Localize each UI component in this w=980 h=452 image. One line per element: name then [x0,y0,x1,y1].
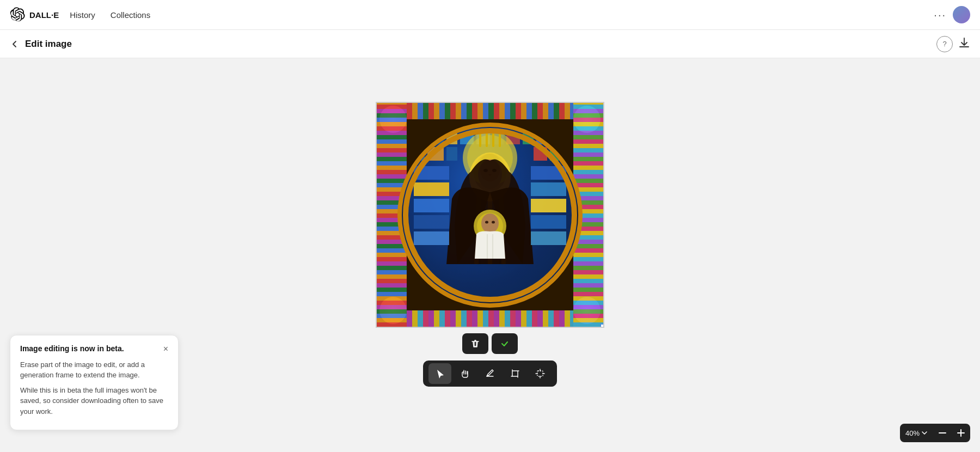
crop-tool-button[interactable] [504,363,526,384]
svg-point-31 [485,221,488,223]
page-title: Edit image [25,39,72,50]
extend-tool-icon [535,369,545,378]
svg-rect-40 [531,199,566,212]
svg-rect-35 [414,199,449,212]
pointer-tool-button[interactable] [428,363,451,384]
close-icon: × [163,344,168,353]
stained-glass-bg [377,103,603,327]
download-button[interactable] [958,36,970,51]
back-button[interactable] [10,39,20,49]
zoom-out-button[interactable] [933,424,952,442]
svg-rect-39 [531,182,566,196]
mosaic-top [407,103,573,119]
hand-tool-icon [460,369,470,378]
crop-tool-icon [510,369,520,378]
collections-nav-link[interactable]: Collections [106,8,155,22]
image-wrapper [376,102,604,387]
mosaic-bottom [407,310,573,327]
logo-text: DALL·E [29,10,59,20]
svg-point-30 [481,213,499,233]
eraser-tool-button[interactable] [479,363,501,384]
zoom-label[interactable]: 40% [900,426,933,441]
more-options-button[interactable]: ··· [934,9,946,21]
beta-notice-close-button[interactable]: × [163,344,168,354]
beta-notice-para1: Erase part of the image to edit, or add … [20,359,168,381]
logo[interactable]: DALL·E [10,7,59,22]
sub-header: Edit image ? [0,30,980,58]
confirm-selection-button[interactable] [492,333,518,354]
beta-notice: Image editing is now in beta. × Erase pa… [10,335,179,431]
plus-icon [957,429,965,437]
openai-logo-icon [10,7,25,22]
selection-handle[interactable] [600,323,604,328]
svg-rect-23 [499,133,501,147]
zoom-control: 40% [900,424,970,442]
svg-rect-12 [446,147,457,161]
beta-notice-title: Image editing is now in beta. [20,344,124,353]
top-nav: DALL·E History Collections ··· [0,0,980,30]
back-arrow-icon [10,39,20,49]
svg-rect-1 [414,133,427,144]
svg-point-32 [492,221,495,223]
svg-rect-41 [531,215,566,229]
eraser-tool-icon [485,369,495,378]
canvas-image[interactable] [376,102,604,328]
svg-rect-10 [414,147,425,161]
figure-svg [403,128,577,302]
svg-rect-34 [414,182,449,196]
main-circle [397,123,583,308]
image-action-toolbar [376,333,604,354]
svg-rect-42 [531,231,566,245]
check-icon [500,339,510,349]
hand-tool-button[interactable] [454,363,476,384]
help-icon: ? [942,40,946,48]
canvas-area: Image: 1024 x 1024 [0,58,980,452]
extend-tool-button[interactable] [529,363,552,384]
trash-icon [470,339,480,349]
zoom-chevron-icon [922,431,927,435]
svg-rect-20 [479,133,481,147]
user-avatar[interactable] [953,6,970,23]
beta-notice-para2: While this is in beta the full images wo… [20,385,168,417]
svg-rect-36 [414,215,449,229]
beta-notice-header: Image editing is now in beta. × [20,344,168,354]
delete-selection-button[interactable] [462,333,488,354]
minus-icon [939,432,946,433]
zoom-in-button[interactable] [952,424,970,442]
zoom-percentage: 40% [905,429,920,437]
svg-rect-45 [537,371,543,376]
main-area: Image: 1024 x 1024 [0,58,980,452]
svg-rect-44 [512,371,518,376]
download-icon [958,36,970,48]
help-button[interactable]: ? [936,36,953,52]
tool-palette [423,361,557,387]
pointer-tool-icon [435,369,445,378]
history-nav-link[interactable]: History [65,8,100,22]
svg-rect-37 [414,231,449,245]
